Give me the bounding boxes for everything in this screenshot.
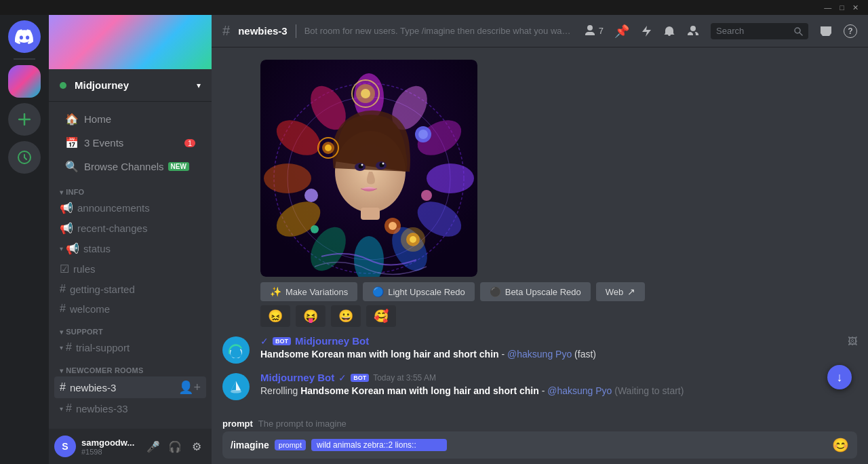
channel-trial-support[interactable]: ▾ # trial-support [54,338,206,357]
channel-announcements[interactable]: 📢 announcements [54,198,206,218]
events-badge: 1 [184,139,195,147]
channel-newbies-3[interactable]: # newbies-3 👤+ [54,376,206,398]
newcomer-rooms-section-header[interactable]: ▾ NEWCOMER ROOMS [54,362,206,376]
channel-welcome[interactable]: # welcome [54,299,206,318]
help-icon[interactable]: ? [844,24,857,38]
image-message: ✨ Make Variations 🔵 Light Upscale Redo ⚫… [222,58,857,328]
app-container: Midjourney ▾ 🏠 Home 📅 3 Events 1 🔍 Brows… [0,15,868,464]
reaction-happy[interactable]: 😀 [331,305,361,327]
separator-1: - [501,349,507,360]
light-upscale-redo-button[interactable]: 🔵 Light Upscale Redo [363,282,474,301]
bot-message-2-header: Midjourney Bot ✓ BOT Today at 3:55 AM [260,372,857,383]
header-icons: 7 📌 Search ? [583,23,857,39]
verified-icon-1: ✓ [260,336,269,347]
channel-status[interactable]: ▾ 📢 status [54,239,206,258]
status-icon: 📢 [66,242,79,255]
image-message-content: ✨ Make Variations 🔵 Light Upscale Redo ⚫… [260,60,857,327]
channel-header-name: newbies-3 [238,25,288,37]
status-expand-icon: ▾ [60,245,63,252]
bot-message-2-time: Today at 3:55 AM [373,373,436,383]
light-upscale-label: Light Upscale Redo [388,287,465,297]
beta-upscale-icon: ⚫ [490,286,501,297]
reaction-buttons: 😖 😝 😀 🥰 [260,305,857,327]
waiting-status: (Waiting to start) [614,385,684,396]
user-info: samgoodw... #1598 [81,438,138,456]
command-param-label: prompt [275,440,306,450]
command-input-value[interactable]: wild animals zebra::2 lions:: [311,439,447,451]
channel-newbies-33[interactable]: ▾ # newbies-33 [54,399,206,418]
external-link-icon: ↗ [627,286,635,297]
beta-upscale-redo-button[interactable]: ⚫ Beta Upscale Redo [480,282,591,301]
emoji-picker-button[interactable]: 😊 [832,437,849,453]
server-name: Midjourney [75,79,129,91]
web-label: Web [606,287,624,297]
user-bar: S samgoodw... #1598 🎤 🎧 ⚙ [49,429,212,464]
channel-header: # newbies-3 Bot room for new users. Type… [212,15,868,47]
home-label: Home [84,113,111,125]
bell-icon[interactable] [663,25,675,37]
maximize-button[interactable]: □ [835,3,848,12]
channel-getting-started[interactable]: # getting-started [54,279,206,298]
search-box[interactable]: Search [711,23,808,39]
web-button[interactable]: Web ↗ [596,282,646,301]
bold-prompt-text-1: Handsome Korean man with long hair and s… [260,349,499,360]
support-chevron-icon: ▾ [60,328,63,336]
bold-prompt-text-2: Handsome Korean man with long hair and s… [300,385,539,396]
channel-recent-changes[interactable]: 📢 recent-changes [54,218,206,238]
announcements-icon: 📢 [60,201,73,214]
svg-point-39 [410,236,416,243]
browse-channels-nav-item[interactable]: 🔍 Browse Channels NEW [54,155,206,178]
add-server-button[interactable] [8,103,41,136]
server-chevron-icon: ▾ [197,81,201,90]
bot-message-1-content: ✓ BOT Midjourney Bot 🖼 Handsome Korean m… [260,335,857,364]
settings-button[interactable]: ⚙ [187,437,206,456]
explore-servers-button[interactable] [8,141,41,174]
server-header[interactable]: Midjourney ▾ [49,69,212,102]
scroll-to-bottom-container: ↓ [827,365,852,389]
pin-icon[interactable]: 📌 [614,24,629,39]
headphone-button[interactable]: 🎧 [165,437,184,456]
scroll-to-bottom-button[interactable]: ↓ [827,365,852,389]
server-sidebar: Midjourney ▾ 🏠 Home 📅 3 Events 1 🔍 Brows… [49,15,212,464]
member-count: 7 [599,26,604,36]
members-icon[interactable] [686,24,700,38]
trial-support-hash-icon: # [66,341,72,353]
reaction-silly[interactable]: 😝 [296,305,326,327]
beta-upscale-label: Beta Upscale Redo [505,287,581,297]
microphone-button[interactable]: 🎤 [144,437,163,456]
server-rail [0,15,49,464]
channel-rules[interactable]: ☑ rules [54,259,206,279]
reaction-frustrated[interactable]: 😖 [260,305,290,327]
events-nav-item[interactable]: 📅 3 Events 1 [54,131,206,155]
bot-message-1-header: ✓ BOT Midjourney Bot 🖼 [260,335,857,347]
member-count-icon: 7 [583,24,604,38]
light-upscale-icon: 🔵 [372,286,384,297]
discord-logo[interactable] [8,20,41,53]
home-nav-item[interactable]: 🏠 Home [54,107,206,131]
image-message-row: ✨ Make Variations 🔵 Light Upscale Redo ⚫… [222,58,857,328]
svg-point-33 [418,130,428,139]
midjourney-server-icon[interactable] [8,65,41,98]
close-button[interactable]: ✕ [848,3,863,12]
reaction-love[interactable]: 🥰 [366,305,396,327]
support-section-header[interactable]: ▾ SUPPORT [54,324,206,337]
user-discriminator: #1598 [81,448,138,456]
ai-portrait-image [260,60,477,277]
message-input-field[interactable] [452,440,827,450]
user-controls: 🎤 🎧 ⚙ [144,437,206,456]
minimize-button[interactable]: — [820,3,835,12]
make-variations-button[interactable]: ✨ Make Variations [260,282,357,301]
add-member-icon[interactable]: 👤+ [178,380,201,395]
newcomer-rooms-section: ▾ NEWCOMER ROOMS # newbies-3 👤+ ▾ # newb… [49,362,212,418]
bolt-icon[interactable] [640,25,652,37]
trial-support-expand-icon: ▾ [60,344,63,351]
bot-badge-1: BOT [273,337,291,345]
bot-author-2: Midjourney Bot [260,372,334,383]
image-context-icon[interactable]: 🖼 [848,336,857,347]
svg-point-36 [311,225,319,233]
inbox-icon[interactable] [819,24,833,38]
bot-message-2-content: Midjourney Bot ✓ BOT Today at 3:55 AM Re… [260,372,857,400]
info-section-header[interactable]: ▾ INFO [54,184,206,197]
bot-message-1: ✓ BOT Midjourney Bot 🖼 Handsome Korean m… [222,334,857,365]
search-label: Search [716,26,793,36]
